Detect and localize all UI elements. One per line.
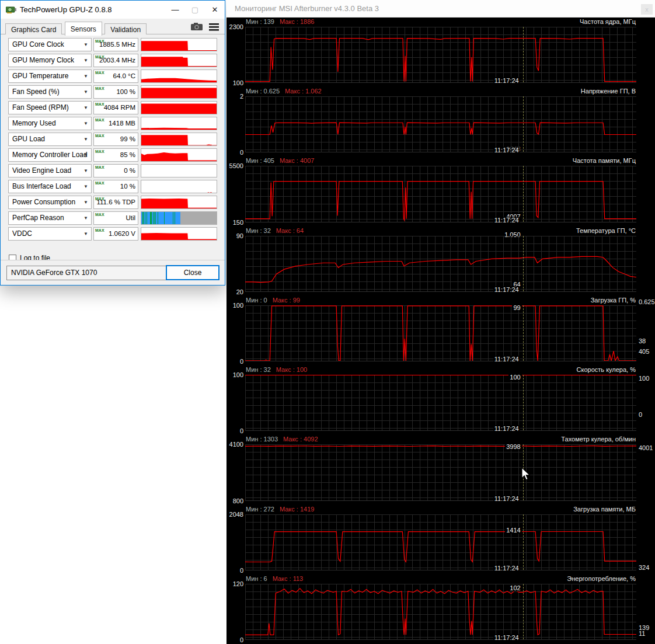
- monitor-chart: Мин : 139Макс : 1886 Частота ядра, МГц 2…: [227, 18, 655, 87]
- chart-plot: 1848 11:17:24: [245, 27, 636, 83]
- current-value-label: 102: [508, 584, 521, 591]
- gpuz-window-title: TechPowerUp GPU-Z 0.8.8: [20, 5, 112, 14]
- device-select-value: NVIDIA GeForce GTX 1070: [11, 269, 97, 277]
- sensor-select[interactable]: VDDC ▼: [8, 227, 92, 241]
- sensor-select[interactable]: Bus Interface Load ▼: [8, 180, 92, 193]
- chart-header: Мин : 0Макс : 99 Загрузка ГП, %: [246, 297, 636, 305]
- axis-bottom-label: 0: [227, 427, 243, 434]
- sensor-name: Video Engine Load: [12, 166, 71, 175]
- time-cursor-line: [523, 514, 524, 570]
- sensor-value: Util: [126, 212, 135, 224]
- sensor-select[interactable]: GPU Memory Clock ▼: [8, 54, 92, 67]
- sensor-history-graph: [141, 196, 217, 209]
- chevron-down-icon: ▼: [83, 228, 88, 240]
- max-badge: MAX: [95, 165, 104, 169]
- chart-header: Мин : 6Макс : 113 Энергопотребление, %: [246, 575, 636, 583]
- sensor-value-box: MAX 0 %: [93, 164, 138, 177]
- sensor-value: 1885.5 MHz: [99, 39, 135, 51]
- sensor-select[interactable]: Video Engine Load ▼: [8, 164, 92, 177]
- camera-icon[interactable]: [190, 22, 203, 33]
- sensor-row: PerfCap Reason ▼ MAX Util: [8, 211, 217, 225]
- sensor-value-box: MAX 10 %: [93, 180, 138, 193]
- sensor-select[interactable]: PerfCap Reason ▼: [8, 211, 92, 225]
- chevron-down-icon: ▼: [83, 39, 88, 51]
- time-label: 11:17:24: [493, 77, 520, 84]
- time-label: 11:17:24: [493, 425, 520, 432]
- sensor-select[interactable]: Power Consumption ▼: [8, 196, 92, 209]
- close-icon[interactable]: ✕: [205, 1, 225, 19]
- axis-top-label: 100: [227, 371, 243, 378]
- chart-line: [245, 27, 636, 82]
- time-cursor-line: [523, 236, 524, 291]
- chevron-down-icon: ▼: [83, 165, 88, 177]
- sensor-value-box: MAX 1.0620 V: [93, 227, 138, 241]
- sensor-value: 85 %: [120, 149, 135, 161]
- sensor-select[interactable]: Fan Speed (RPM) ▼: [8, 101, 92, 114]
- time-label: 11:17:24: [493, 286, 520, 293]
- right-value-label: 100: [637, 375, 655, 382]
- close-button[interactable]: Close: [166, 265, 220, 280]
- sensor-select[interactable]: GPU Load ▼: [8, 133, 92, 146]
- monitor-chart: Мин : 405Макс : 4007 Частота памяти, МГц…: [227, 156, 655, 226]
- chart-min-label: Мин : 0: [246, 297, 267, 304]
- current-value-label: 99: [512, 304, 521, 311]
- sensor-select[interactable]: Memory Controller Load ▼: [8, 148, 92, 162]
- chart-line: [245, 96, 636, 152]
- sensor-select[interactable]: Memory Used ▼: [8, 117, 92, 130]
- sensor-history-graph: [141, 133, 217, 146]
- sensor-name: GPU Load: [12, 135, 45, 143]
- gpuz-titlebar[interactable]: TechPowerUp GPU-Z 0.8.8 — ▢ ✕: [1, 1, 225, 19]
- chart-plot: 99 11:17:24: [245, 305, 636, 361]
- axis-top-label: 90: [227, 232, 243, 239]
- chart-header: Мин : 0.625Макс : 1.062 Напряжение ГП, В: [246, 88, 636, 96]
- max-badge: MAX: [95, 118, 104, 122]
- sensor-select[interactable]: Fan Speed (%) ▼: [8, 85, 92, 99]
- axis-bottom-label: 0: [227, 149, 243, 156]
- sensor-row: GPU Temperature ▼ MAX 64.0 °C: [8, 69, 217, 83]
- time-cursor-line: [523, 305, 524, 361]
- max-badge: MAX: [95, 102, 104, 106]
- gpuz-tab-bar: Graphics Card Sensors Validation: [1, 19, 225, 34]
- minimize-icon[interactable]: —: [165, 1, 185, 19]
- close-button[interactable]: x: [641, 4, 653, 15]
- perfcap-graph: [141, 212, 217, 224]
- chart-header: Мин : 32Макс : 100 Скорость кулера, %: [246, 366, 636, 374]
- tab-sensors[interactable]: Sensors: [65, 22, 102, 36]
- sensors-panel: GPU Core Clock ▼ MAX 1885.5 MHz GPU Memo…: [1, 34, 225, 260]
- chart-title: Загрузка памяти, МБ: [573, 506, 636, 513]
- axis-top-label: 2300: [227, 23, 243, 30]
- monitor-chart: Мин : 6Макс : 113 Энергопотребление, % 1…: [227, 575, 655, 644]
- chart-line: [245, 166, 636, 221]
- sensor-value-box: MAX 99 %: [93, 133, 138, 146]
- axis-bottom-label: 100: [227, 79, 243, 86]
- sensor-select[interactable]: GPU Core Clock ▼: [8, 38, 92, 51]
- time-label: 11:17:24: [493, 147, 520, 154]
- monitor-charts: Мин : 139Макс : 1886 Частота ядра, МГц 2…: [227, 18, 655, 644]
- afterburner-titlebar[interactable]: Мониторинг MSI Afterburner v4.3.0 Beta 3…: [227, 0, 655, 18]
- menu-icon[interactable]: [209, 23, 219, 33]
- sensor-name: Bus Interface Load: [12, 182, 71, 190]
- sensor-row: Bus Interface Load ▼ MAX 10 %: [8, 180, 217, 193]
- sensor-select[interactable]: GPU Temperature ▼: [8, 69, 92, 83]
- sensor-value-box: MAX 85 %: [93, 148, 138, 162]
- sensor-value: 111.6 % TDP: [97, 196, 135, 208]
- desktop: TechPowerUp GPU-Z 0.8.8 — ▢ ✕ Graphics C…: [0, 0, 655, 644]
- chevron-down-icon: ▼: [83, 70, 88, 82]
- axis-bottom-label: 0: [227, 567, 243, 574]
- sensor-name: GPU Temperature: [12, 72, 69, 80]
- sensor-value: 1418 MB: [109, 117, 135, 130]
- axis-top-label: 100: [227, 302, 243, 309]
- device-select[interactable]: NVIDIA GeForce GTX 1070 ⌄: [6, 266, 182, 280]
- chart-plot: 100 11:17:24: [245, 375, 636, 431]
- gpuz-footer: NVIDIA GeForce GTX 1070 ⌄ Close: [1, 260, 225, 285]
- afterburner-window: Мониторинг MSI Afterburner v4.3.0 Beta 3…: [227, 0, 655, 644]
- chart-title: Загрузка ГП, %: [591, 297, 636, 304]
- sensor-value: 1.0620 V: [109, 228, 135, 240]
- chart-max-label: Макс : 1.062: [285, 88, 322, 95]
- time-cursor-line: [523, 584, 524, 639]
- chevron-down-icon: ▼: [83, 196, 88, 208]
- chart-title: Частота ядра, МГц: [580, 18, 636, 25]
- sensor-row: Video Engine Load ▼ MAX 0 %: [8, 164, 217, 177]
- maximize-icon[interactable]: ▢: [185, 1, 205, 19]
- sensor-history-graph: [141, 227, 217, 241]
